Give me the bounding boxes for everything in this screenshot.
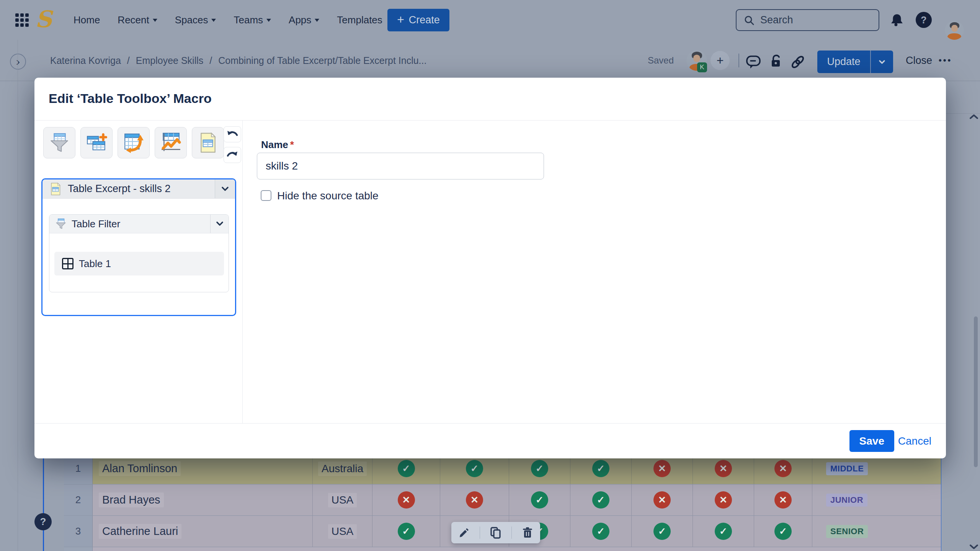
site-logo[interactable]: S: [35, 5, 52, 33]
pivot-table-icon[interactable]: [118, 127, 150, 158]
row-number-cell: [64, 547, 93, 551]
status-icon: ✕: [715, 460, 732, 477]
chevron-down-icon: [220, 184, 230, 194]
tree-root-table-excerpt[interactable]: Table Excerpt - skills 2: [42, 179, 235, 199]
collaborator-avatar[interactable]: K: [686, 50, 707, 71]
skill-cell: ✓: [570, 516, 632, 547]
status-icon: ✓: [531, 491, 548, 509]
status-icon: ✕: [715, 491, 732, 509]
undo-icon[interactable]: [224, 126, 241, 142]
sidebar-rail: [18, 40, 18, 551]
skill-cell: ✕: [754, 484, 812, 515]
hide-source-table-label: Hide the source table: [277, 190, 379, 202]
status-badge: MIDDLE: [826, 462, 868, 475]
user-avatar[interactable]: [945, 21, 964, 40]
copy-icon[interactable]: [487, 524, 505, 541]
skill-cell: ✓: [372, 516, 440, 547]
table-filter-icon: [55, 218, 67, 230]
vertical-scrollbar[interactable]: [974, 316, 978, 467]
screen: S Home Recent Spaces Teams Apps Template…: [0, 0, 980, 551]
breadcrumb-space[interactable]: Employee Skills: [136, 55, 203, 66]
status-icon: ✕: [653, 491, 671, 509]
edit-pencil-icon[interactable]: [455, 524, 473, 541]
skill-cell: ✕: [632, 484, 693, 515]
nav-item-teams[interactable]: Teams: [234, 14, 271, 26]
save-button[interactable]: Save: [849, 430, 894, 452]
divider: [738, 54, 739, 67]
name-field-label: Name*: [261, 139, 294, 151]
status-icon: ✓: [715, 523, 732, 540]
breadcrumb-page-title[interactable]: Combining of Table Excerpt/Table Excerpt…: [218, 55, 426, 66]
more-actions-icon[interactable]: •••: [939, 40, 952, 81]
create-button[interactable]: + Create: [387, 9, 449, 31]
table-excerpt-icon[interactable]: [192, 127, 224, 158]
notifications-bell-icon[interactable]: [889, 12, 905, 28]
update-button[interactable]: Update: [817, 51, 870, 73]
search-icon: [743, 15, 755, 26]
chevron-down-icon: [153, 19, 157, 24]
table-selection-border-left: [43, 458, 44, 551]
status-icon: ✓: [653, 523, 671, 540]
add-collaborator-icon[interactable]: +: [710, 51, 730, 70]
inline-comment-icon[interactable]: [745, 54, 762, 70]
plus-icon: +: [397, 14, 404, 25]
hide-source-table-checkbox[interactable]: [261, 190, 271, 201]
divider: [511, 527, 512, 539]
divider: [480, 527, 480, 539]
nav-item-recent[interactable]: Recent: [118, 14, 157, 26]
help-question-badge[interactable]: ?: [34, 513, 52, 530]
status-icon: ✕: [398, 491, 415, 509]
scroll-down-icon[interactable]: [969, 543, 979, 550]
search-placeholder: Search: [760, 14, 793, 26]
nav-item-apps[interactable]: Apps: [289, 14, 319, 26]
divider: [242, 120, 243, 423]
status-icon: ✓: [531, 460, 548, 477]
nav-item-templates[interactable]: Templates: [337, 14, 382, 26]
nav-item-home[interactable]: Home: [74, 14, 100, 26]
app-switcher-icon[interactable]: [15, 13, 29, 27]
table-row-partial: [64, 547, 941, 551]
name-cell: Brad Hayes: [93, 484, 313, 515]
table-excerpt-icon: [49, 182, 62, 196]
search-input[interactable]: Search: [736, 9, 879, 31]
row-partial-cell: [93, 547, 941, 551]
breadcrumb: Katerina Kovriga / Employee Skills / Com…: [50, 40, 426, 81]
add-table-icon[interactable]: [80, 127, 113, 158]
status-icon: ✕: [653, 460, 671, 477]
country-cell: USA: [313, 516, 372, 547]
macro-tree-panel: Table Excerpt - skills 2 Table Filter Ta…: [41, 178, 236, 316]
status-icon: ✓: [398, 523, 415, 540]
tree-leaf-table-1[interactable]: Table 1: [54, 252, 224, 276]
table-filter-node[interactable]: Table Filter: [49, 215, 229, 233]
table-filter-icon[interactable]: [43, 127, 75, 158]
redo-icon[interactable]: [224, 147, 241, 163]
cancel-button[interactable]: Cancel: [898, 430, 931, 452]
row-number-cell: 2: [64, 484, 93, 515]
skill-cell: ✕: [372, 484, 440, 515]
table-grid-icon: [62, 258, 74, 269]
table-filter-dropdown-button[interactable]: [210, 215, 229, 233]
skill-cell: ✓: [570, 484, 632, 515]
help-icon[interactable]: ?: [916, 12, 932, 28]
link-icon[interactable]: [789, 54, 806, 70]
skill-cell: ✓: [509, 484, 570, 515]
close-button[interactable]: Close: [906, 40, 932, 81]
status-icon: ✕: [466, 491, 483, 509]
scroll-up-icon[interactable]: [969, 113, 979, 120]
unlock-icon[interactable]: [767, 53, 784, 70]
expand-sidebar-icon[interactable]: ›: [10, 54, 26, 70]
chart-from-table-icon[interactable]: [155, 127, 187, 158]
breadcrumb-space-owner[interactable]: Katerina Kovriga: [50, 55, 121, 66]
delete-trash-icon[interactable]: [518, 524, 537, 541]
skill-cell: ✕: [440, 484, 509, 515]
macro-name-input[interactable]: [257, 153, 544, 179]
skill-cell: ✓: [693, 516, 754, 547]
skill-cell: ✓: [754, 516, 812, 547]
update-dropdown-button[interactable]: [870, 51, 893, 73]
required-asterisk: *: [290, 139, 294, 150]
status-icon: ✕: [774, 460, 792, 477]
status-icon: ✓: [592, 523, 609, 540]
divider: [34, 120, 946, 121]
tree-root-dropdown-button[interactable]: [215, 179, 235, 198]
nav-item-spaces[interactable]: Spaces: [175, 14, 216, 26]
